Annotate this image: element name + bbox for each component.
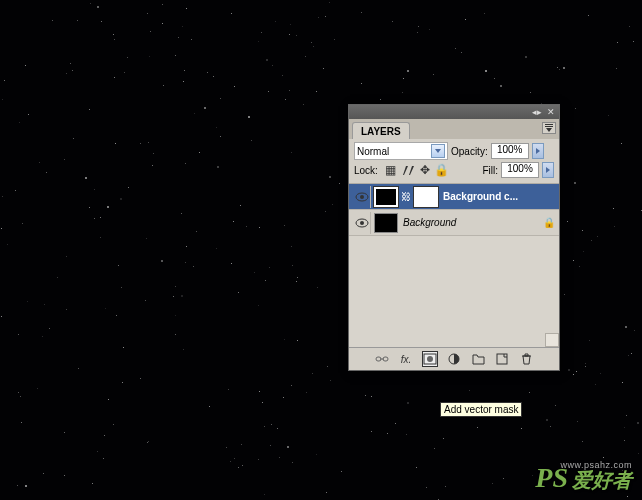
- collapse-icon[interactable]: ◂▸: [532, 107, 542, 117]
- layer-name[interactable]: Background: [401, 217, 540, 228]
- panel-bottom-bar: fx.: [349, 348, 559, 370]
- watermark-logo: PS 爱好者: [535, 462, 632, 494]
- watermark-text: 爱好者: [572, 467, 632, 494]
- adjustment-layer-icon[interactable]: [446, 351, 462, 367]
- svg-point-8: [427, 356, 433, 362]
- layers-panel: ◂▸ ✕ LAYERS Normal Opacity: 100% Lock: ▦…: [348, 104, 560, 371]
- fill-flyout-icon[interactable]: [542, 162, 554, 178]
- tab-layers[interactable]: LAYERS: [352, 122, 410, 139]
- lock-position-icon[interactable]: ✥: [417, 162, 433, 178]
- lock-transparent-icon[interactable]: ▦: [383, 162, 399, 178]
- mask-link-icon[interactable]: ⛓: [401, 191, 411, 202]
- tab-bar: LAYERS: [349, 119, 559, 139]
- new-layer-icon[interactable]: [494, 351, 510, 367]
- layer-controls: Normal Opacity: 100% Lock: ▦ ✥ 🔒 Fill: 1…: [349, 139, 559, 183]
- blend-mode-value: Normal: [357, 146, 389, 157]
- blend-mode-select[interactable]: Normal: [354, 142, 448, 160]
- svg-point-1: [360, 195, 364, 199]
- svg-rect-10: [497, 354, 507, 364]
- delete-layer-icon[interactable]: [518, 351, 534, 367]
- watermark-ps: PS: [535, 462, 568, 494]
- opacity-flyout-icon[interactable]: [532, 143, 544, 159]
- link-layers-icon[interactable]: [374, 351, 390, 367]
- fill-input[interactable]: 100%: [501, 162, 539, 178]
- svg-point-3: [360, 221, 364, 225]
- visibility-icon[interactable]: [353, 186, 371, 208]
- layer-thumbnail[interactable]: [374, 187, 398, 207]
- panel-menu-icon[interactable]: [542, 122, 556, 134]
- layer-name[interactable]: Background c...: [441, 191, 555, 202]
- lock-pixels-icon[interactable]: [400, 162, 416, 178]
- new-group-icon[interactable]: [470, 351, 486, 367]
- visibility-icon[interactable]: [353, 212, 371, 234]
- opacity-label: Opacity:: [451, 146, 488, 157]
- lock-icon-group: ▦ ✥ 🔒: [383, 162, 450, 178]
- lock-indicator-icon: 🔒: [543, 217, 555, 228]
- close-icon[interactable]: ✕: [546, 107, 556, 117]
- fill-label: Fill:: [482, 165, 498, 176]
- fx-icon[interactable]: fx.: [398, 351, 414, 367]
- lock-all-icon[interactable]: 🔒: [434, 162, 450, 178]
- tooltip: Add vector mask: [440, 402, 522, 417]
- layer-row[interactable]: Background 🔒: [349, 210, 559, 236]
- layer-list-empty: [349, 236, 559, 348]
- add-mask-icon[interactable]: [422, 351, 438, 367]
- opacity-input[interactable]: 100%: [491, 143, 529, 159]
- layer-thumbnail[interactable]: [374, 213, 398, 233]
- lock-label: Lock:: [354, 165, 378, 176]
- panel-titlebar: ◂▸ ✕: [349, 105, 559, 119]
- resize-grip-icon[interactable]: [545, 333, 559, 347]
- layer-row[interactable]: ⛓ Background c...: [349, 184, 559, 210]
- chevron-down-icon: [431, 144, 445, 158]
- layer-list: ⛓ Background c... Background 🔒: [349, 183, 559, 236]
- mask-thumbnail[interactable]: [414, 187, 438, 207]
